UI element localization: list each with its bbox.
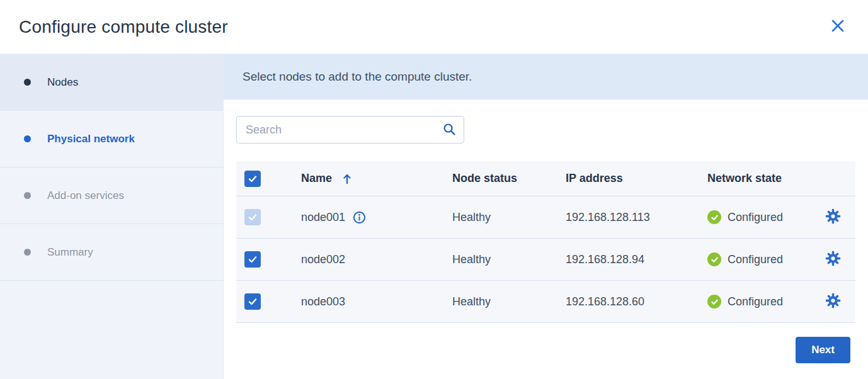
- column-header-node-status: Node status: [452, 172, 517, 184]
- instruction-text: Select nodes to add to the compute clust…: [243, 70, 472, 84]
- instruction-banner: Select nodes to add to the compute clust…: [224, 54, 868, 99]
- node-name: node001: [301, 211, 345, 224]
- sidebar-item-nodes[interactable]: Nodes: [0, 54, 223, 111]
- search-box: [236, 116, 464, 144]
- next-button[interactable]: Next: [796, 337, 850, 363]
- close-button[interactable]: [826, 16, 849, 38]
- table-row: node003 Healthy 192.168.128.60 Configure…: [236, 281, 855, 323]
- configured-check-icon: [707, 295, 721, 308]
- node-ip: 192.168.128.94: [566, 253, 644, 266]
- dialog-title: Configure compute cluster: [19, 17, 228, 37]
- table-row: node001 Healthy 192.168.128.113 Configur…: [236, 196, 855, 239]
- node-settings-button[interactable]: [825, 208, 841, 226]
- main-panel: Select nodes to add to the compute clust…: [224, 54, 868, 379]
- node-name: node003: [301, 295, 345, 308]
- search-icon: [442, 122, 456, 138]
- info-icon[interactable]: [353, 211, 366, 224]
- dialog-titlebar: Configure compute cluster: [0, 0, 868, 54]
- network-state: Configured: [728, 211, 783, 224]
- step-bullet-icon: [24, 192, 31, 199]
- network-state: Configured: [728, 253, 783, 266]
- step-label: Physical network: [47, 133, 135, 145]
- close-icon: [830, 18, 845, 35]
- node-settings-button[interactable]: [825, 293, 841, 310]
- search-input[interactable]: [237, 123, 435, 137]
- column-header-ip-address: IP address: [566, 172, 623, 184]
- step-bullet-icon: [24, 135, 31, 142]
- nodes-table: Name Node status IP address Network stat…: [236, 161, 855, 323]
- select-all-checkbox[interactable]: [244, 171, 261, 187]
- table-header-row: Name Node status IP address Network stat…: [236, 161, 855, 196]
- step-label: Summary: [47, 246, 93, 259]
- step-bullet-icon: [24, 79, 31, 86]
- network-state: Configured: [728, 295, 783, 308]
- node-status: Healthy: [452, 253, 491, 266]
- node-status: Healthy: [452, 211, 491, 223]
- step-label: Add-on services: [47, 190, 124, 202]
- table-row: node002 Healthy 192.168.128.94 Configure…: [236, 239, 855, 281]
- step-label: Nodes: [47, 76, 78, 89]
- gear-icon: [825, 293, 841, 310]
- node-status: Healthy: [452, 295, 491, 308]
- column-header-name[interactable]: Name: [301, 172, 332, 185]
- step-bullet-icon: [24, 249, 31, 256]
- row-checkbox-disabled: [244, 209, 261, 225]
- sort-ascending-icon[interactable]: [342, 173, 352, 184]
- search-button[interactable]: [435, 116, 464, 143]
- configured-check-icon: [707, 252, 721, 266]
- sidebar-item-summary[interactable]: Summary: [0, 224, 223, 281]
- row-checkbox[interactable]: [244, 293, 261, 310]
- gear-icon: [825, 208, 841, 226]
- row-checkbox[interactable]: [244, 251, 261, 268]
- sidebar-item-add-on-services[interactable]: Add-on services: [0, 167, 223, 224]
- configured-check-icon: [707, 210, 721, 224]
- sidebar-item-physical-network[interactable]: Physical network: [0, 111, 223, 167]
- node-name: node002: [301, 253, 345, 266]
- dialog-footer: Next: [236, 323, 855, 363]
- node-ip: 192.168.128.113: [566, 211, 650, 223]
- configure-compute-cluster-dialog: Configure compute cluster Nodes Physical…: [0, 0, 868, 379]
- node-ip: 192.168.128.60: [566, 295, 644, 308]
- node-settings-button[interactable]: [825, 251, 841, 268]
- column-header-network-state: Network state: [707, 172, 782, 185]
- gear-icon: [825, 251, 841, 268]
- wizard-steps-sidebar: Nodes Physical network Add-on services S…: [0, 54, 224, 379]
